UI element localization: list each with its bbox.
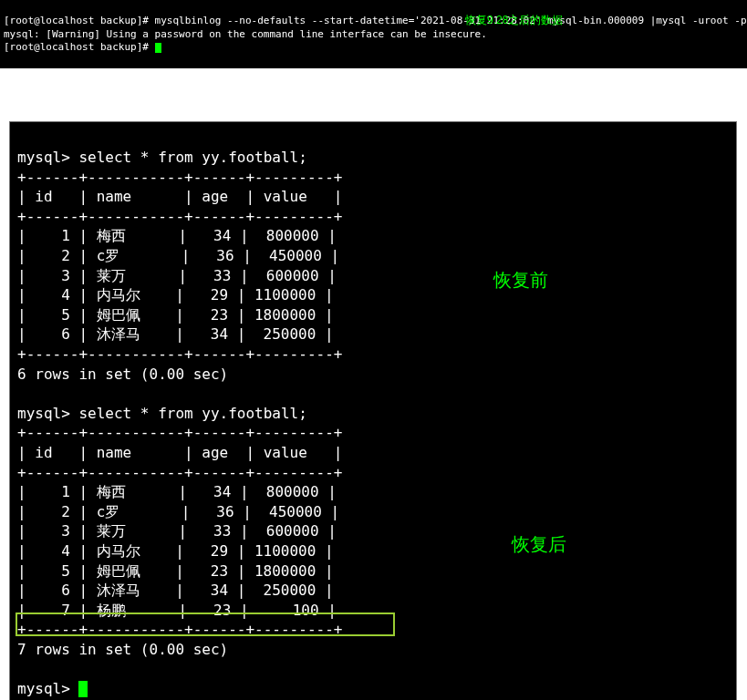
table-separator: +------+-----------+------+---------+ bbox=[17, 424, 342, 441]
spacer bbox=[0, 68, 747, 121]
shell-prompt: [root@localhost backup]# bbox=[4, 41, 155, 53]
table-separator: +------+-----------+------+---------+ bbox=[17, 621, 342, 638]
warning-line: mysql: [Warning] Using a password on the… bbox=[4, 28, 487, 40]
annotation-label: 恢复9.28之后的数据 bbox=[465, 14, 563, 28]
shell-prompt: [root@localhost backup]# bbox=[4, 15, 155, 26]
top-terminal: [root@localhost backup]# mysqlbinlog --n… bbox=[0, 0, 747, 68]
table-row: | 5 | 姆巴佩 | 23 | 1800000 | bbox=[17, 306, 334, 324]
table-header: | id | name | age | value | bbox=[17, 188, 342, 205]
table-row: | 5 | 姆巴佩 | 23 | 1800000 | bbox=[17, 562, 334, 580]
table-separator: +------+-----------+------+---------+ bbox=[17, 464, 342, 481]
after-label: 恢复后 bbox=[512, 532, 566, 557]
sql-query: mysql> select * from yy.football; bbox=[17, 149, 307, 166]
table-row: | 6 | 沐泽马 | 34 | 250000 | bbox=[17, 325, 334, 343]
mysql-prompt: mysql> bbox=[17, 680, 78, 697]
table-row: | 6 | 沐泽马 | 34 | 250000 | bbox=[17, 582, 334, 599]
table-header: | id | name | age | value | bbox=[17, 444, 342, 461]
cursor-icon bbox=[155, 43, 161, 53]
table-row: | 2 | c罗 | 36 | 450000 | bbox=[17, 247, 339, 264]
shell-command: mysqlbinlog --no-defaults --start-dateti… bbox=[155, 15, 747, 26]
table-row: | 2 | c罗 | 36 | 450000 | bbox=[17, 503, 339, 520]
table-row: | 3 | 莱万 | 33 | 600000 | bbox=[17, 267, 337, 284]
table-separator: +------+-----------+------+---------+ bbox=[17, 169, 342, 186]
table-separator: +------+-----------+------+---------+ bbox=[17, 208, 342, 225]
table-row: | 1 | 梅西 | 34 | 800000 | bbox=[17, 483, 337, 500]
table-row: | 7 | 杨鹏 | 23 | 100 | bbox=[17, 602, 337, 619]
result-footer: 6 rows in set (0.00 sec) bbox=[17, 365, 228, 383]
table-row: | 3 | 莱万 | 33 | 600000 | bbox=[17, 522, 337, 540]
table-row: | 4 | 内马尔 | 29 | 1100000 | bbox=[17, 542, 334, 560]
table-row: | 4 | 内马尔 | 29 | 1100000 | bbox=[17, 286, 334, 304]
before-label: 恢复前 bbox=[493, 268, 548, 293]
sql-query: mysql> select * from yy.football; bbox=[17, 405, 307, 422]
main-terminal: mysql> select * from yy.football; +-----… bbox=[10, 122, 736, 700]
result-footer: 7 rows in set (0.00 sec) bbox=[17, 641, 228, 658]
table-separator: +------+-----------+------+---------+ bbox=[17, 345, 342, 363]
table-row: | 1 | 梅西 | 34 | 800000 | bbox=[17, 227, 337, 244]
main-terminal-frame: mysql> select * from yy.football; +-----… bbox=[9, 121, 737, 700]
cursor-icon bbox=[78, 681, 88, 697]
